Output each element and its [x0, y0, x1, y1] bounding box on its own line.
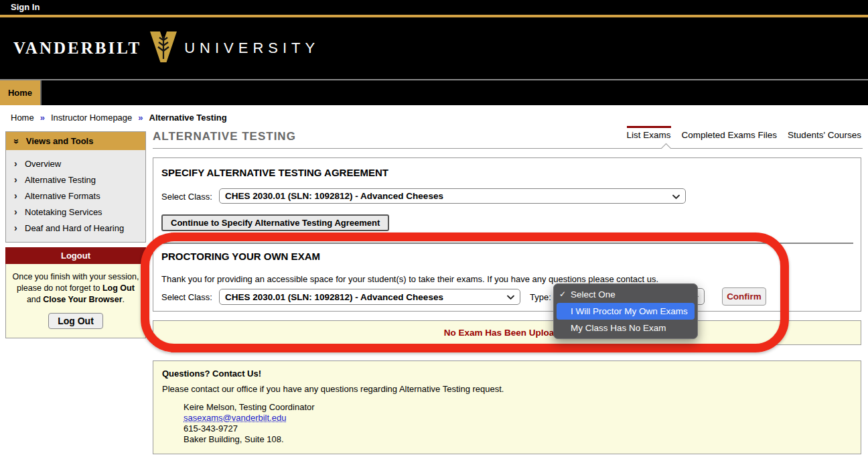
- breadcrumb-current-page: Alternative Testing: [149, 113, 227, 123]
- page: Sign In VANDERBILT UNIVERSITY Home Home»…: [0, 0, 868, 463]
- title-divider: [153, 148, 863, 149]
- menu-option-label: Select One: [571, 289, 616, 300]
- logout-message-line1: Once you finish with your session,: [13, 272, 139, 281]
- sidebar-item-label: Deaf and Hard of Hearing: [25, 223, 124, 233]
- logout-message-line2: please do not forget to: [17, 283, 102, 293]
- sidebar-item-notetaking-services[interactable]: › Notetaking Services: [6, 204, 145, 220]
- status-banner: No Exam Has Been Uploaded: [153, 320, 861, 345]
- sidebar-item-label: Alternative Formats: [25, 191, 100, 201]
- tab-home[interactable]: Home: [0, 80, 42, 105]
- proctoring-heading: PROCTORING YOUR OWN EXAM: [161, 251, 320, 262]
- chevron-right-icon: ›: [14, 174, 25, 185]
- logout-message-bold: Log Out: [102, 283, 135, 293]
- sidebar-item-alternative-formats[interactable]: › Alternative Formats: [6, 188, 145, 204]
- signin-bar: Sign In: [0, 0, 868, 15]
- masthead: VANDERBILT UNIVERSITY: [0, 17, 868, 79]
- contact-heading: Questions? Contact Us!: [162, 369, 261, 379]
- class-select-value: CHES 2030.01 (SLN: 1092812) - Advanced C…: [225, 191, 443, 201]
- breadcrumb: Home»Instructor Homepage»Alternative Tes…: [11, 113, 227, 123]
- sign-in-link[interactable]: Sign In: [11, 2, 40, 12]
- contact-panel: Questions? Contact Us! Please contact ou…: [153, 360, 861, 454]
- sidebar-item-alternative-testing[interactable]: › Alternative Testing: [6, 172, 145, 188]
- menu-option-label: My Class Has No Exam: [571, 323, 666, 333]
- menu-option-i-will-proctor-my-own-exams[interactable]: I Will Proctor My Own Exams: [557, 303, 695, 320]
- proctoring-description: Thank you for providing an accessible sp…: [161, 274, 658, 284]
- chevron-down-icon: [507, 292, 514, 302]
- logout-message-period: .: [123, 295, 125, 304]
- sidebar-item-label: Notetaking Services: [25, 207, 102, 217]
- menu-option-label: I Will Proctor My Own Exams: [571, 306, 688, 316]
- logout-panel-body: Once you finish with your session, pleas…: [5, 264, 146, 338]
- alternative-testing-panel: SPECIFY ALTERNATIVE TESTING AGREEMENT Se…: [153, 157, 861, 312]
- select-class-label: Select Class:: [161, 192, 212, 202]
- menu-option-select-one[interactable]: ✓ Select One: [554, 286, 697, 303]
- page-title: ALTERNATIVE TESTING: [153, 130, 296, 143]
- confirm-button[interactable]: Confirm: [722, 287, 766, 306]
- chevron-right-icon: ›: [14, 158, 25, 169]
- sidebar-item-overview[interactable]: › Overview: [6, 155, 145, 172]
- chevron-right-icon: ›: [14, 190, 25, 201]
- views-and-tools-label: Views and Tools: [26, 136, 94, 146]
- chevron-right-icon: ›: [14, 222, 25, 233]
- tab-list-exams[interactable]: List Exams: [627, 126, 671, 140]
- breadcrumb-instructor-homepage[interactable]: Instructor Homepage: [51, 113, 132, 123]
- contact-body-text: Please contact our office if you have an…: [162, 384, 504, 394]
- checkmark-icon: ✓: [559, 286, 566, 303]
- breadcrumb-separator-icon: »: [40, 113, 45, 123]
- contact-phone: 615-343-9727: [184, 423, 238, 434]
- section-tabs: List Exams Completed Exams Files Student…: [627, 126, 861, 140]
- logout-panel-header: Logout: [5, 247, 146, 264]
- type-label: Type:: [530, 292, 551, 302]
- vanderbilt-wordmark: VANDERBILT: [13, 39, 141, 58]
- sidebar-item-deaf-and-hard-of-hearing[interactable]: › Deaf and Hard of Hearing: [6, 220, 145, 236]
- log-out-button[interactable]: Log Out: [48, 313, 103, 329]
- primary-tabbar: Home: [0, 80, 868, 105]
- section-divider: [161, 243, 853, 244]
- tab-students-courses[interactable]: Students' Courses: [788, 126, 861, 140]
- university-wordmark: UNIVERSITY: [184, 40, 319, 57]
- views-and-tools-header[interactable]: » Views and Tools: [6, 132, 145, 150]
- views-and-tools-panel: » Views and Tools › Overview › Alternati…: [5, 131, 146, 243]
- contact-name: Keire Melson, Testing Coordinator: [184, 402, 315, 412]
- select-class-label: Select Class:: [161, 292, 212, 302]
- proctor-class-select[interactable]: CHES 2030.01 (SLN: 1092812) - Advanced C…: [219, 289, 520, 305]
- collapse-double-chevron-icon: »: [11, 139, 22, 144]
- tab-completed-exams-files[interactable]: Completed Exams Files: [682, 126, 778, 140]
- sidebar-item-label: Overview: [25, 159, 61, 169]
- type-select-dropdown-menu: ✓ Select One I Will Proctor My Own Exams…: [553, 283, 698, 339]
- proctor-class-select-value: CHES 2030.01 (SLN: 1092812) - Advanced C…: [225, 292, 443, 302]
- contact-details: Keire Melson, Testing Coordinator sasexa…: [184, 402, 315, 445]
- logout-message-line3: and: [27, 295, 43, 304]
- logout-panel: Logout Once you finish with your session…: [5, 247, 146, 338]
- breadcrumb-home[interactable]: Home: [11, 113, 34, 123]
- breadcrumb-separator-icon: »: [138, 113, 143, 123]
- status-banner-text: No Exam Has Been Uploaded: [444, 328, 570, 338]
- chevron-down-icon: [672, 191, 680, 201]
- vanderbilt-v-logo-icon: [149, 31, 177, 66]
- continue-to-specify-agreement-button[interactable]: Continue to Specify Alternative Testing …: [161, 214, 389, 231]
- sidebar-item-label: Alternative Testing: [25, 175, 96, 185]
- class-select[interactable]: CHES 2030.01 (SLN: 1092812) - Advanced C…: [219, 188, 686, 204]
- active-tab-notch: [661, 143, 672, 154]
- contact-address: Baker Building, Suite 108.: [184, 434, 284, 444]
- chevron-right-icon: ›: [14, 206, 25, 217]
- specify-agreement-heading: SPECIFY ALTERNATIVE TESTING AGREEMENT: [161, 167, 388, 178]
- contact-email-link[interactable]: sasexams@vanderbilt.edu: [184, 413, 286, 423]
- logout-message-bold: Close Your Browser: [43, 295, 122, 304]
- views-and-tools-list: › Overview › Alternative Testing › Alter…: [6, 150, 145, 242]
- menu-option-my-class-has-no-exam[interactable]: My Class Has No Exam: [554, 320, 697, 336]
